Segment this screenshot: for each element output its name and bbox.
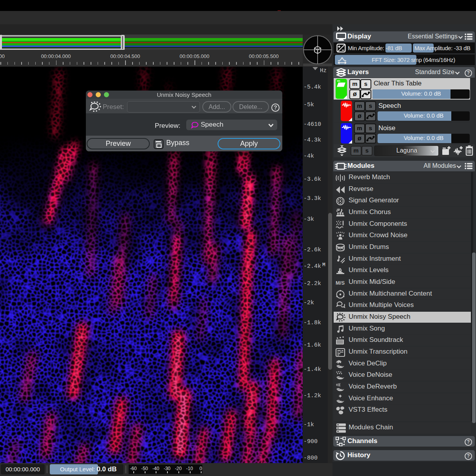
svg-text:M/S: M/S: [336, 280, 345, 286]
